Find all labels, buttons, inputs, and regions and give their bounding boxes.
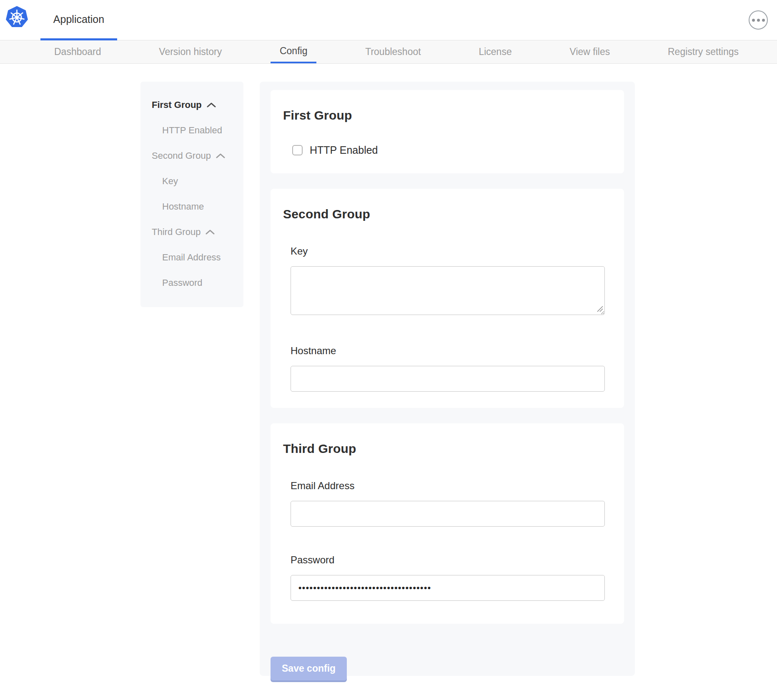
tab-config[interactable]: Config bbox=[271, 40, 316, 63]
sidebar-item-label: HTTP Enabled bbox=[162, 125, 222, 136]
tab-troubleshoot[interactable]: Troubleshoot bbox=[356, 40, 430, 63]
chevron-up-icon bbox=[207, 102, 216, 108]
key-textarea[interactable] bbox=[291, 266, 605, 315]
config-group-third: Third Group Email Address Password bbox=[271, 423, 624, 624]
sidebar-item-third-group[interactable]: Third Group bbox=[140, 219, 243, 245]
sidebar-item-label: Third Group bbox=[152, 227, 201, 238]
sidebar-item-hostname[interactable]: Hostname bbox=[140, 194, 243, 219]
chevron-up-icon bbox=[206, 229, 215, 235]
email-address-label: Email Address bbox=[291, 480, 605, 492]
password-label: Password bbox=[291, 554, 605, 566]
sidebar-item-second-group[interactable]: Second Group bbox=[140, 143, 243, 168]
hostname-field: Hostname bbox=[291, 345, 605, 392]
ellipsis-icon bbox=[757, 19, 760, 22]
chevron-up-icon bbox=[216, 153, 225, 159]
config-panel: First Group HTTP Enabled Second Group Ke… bbox=[260, 82, 635, 676]
tab-version-history[interactable]: Version history bbox=[150, 40, 231, 63]
sidebar-item-http-enabled[interactable]: HTTP Enabled bbox=[140, 118, 243, 143]
config-group-first: First Group HTTP Enabled bbox=[271, 90, 624, 173]
sidebar-item-key[interactable]: Key bbox=[140, 168, 243, 194]
http-enabled-field: HTTP Enabled bbox=[292, 144, 605, 156]
sidebar-item-label: Password bbox=[162, 278, 203, 288]
password-field: Password bbox=[291, 554, 605, 601]
sidebar-item-label: Hostname bbox=[162, 201, 204, 212]
tab-application[interactable]: Application bbox=[40, 0, 117, 40]
sidebar-item-label: Second Group bbox=[152, 150, 211, 161]
tab-registry-settings[interactable]: Registry settings bbox=[659, 40, 748, 63]
email-address-field: Email Address bbox=[291, 480, 605, 527]
http-enabled-checkbox[interactable] bbox=[292, 145, 303, 155]
sidebar-item-password[interactable]: Password bbox=[140, 270, 243, 295]
http-enabled-label: HTTP Enabled bbox=[310, 144, 378, 156]
more-options-button[interactable] bbox=[749, 10, 768, 30]
group-title-third: Third Group bbox=[283, 442, 605, 456]
kubernetes-logo-icon bbox=[5, 5, 28, 30]
app-nav-bar: Dashboard Version history Config Trouble… bbox=[0, 40, 777, 64]
key-field: Key bbox=[291, 245, 605, 315]
app-title: Application bbox=[53, 13, 104, 25]
tab-view-files[interactable]: View files bbox=[560, 40, 619, 63]
tab-dashboard[interactable]: Dashboard bbox=[45, 40, 110, 63]
group-title-first: First Group bbox=[283, 108, 605, 122]
ellipsis-icon bbox=[752, 19, 755, 22]
sidebar-item-label: Key bbox=[162, 176, 178, 187]
hostname-label: Hostname bbox=[291, 345, 605, 357]
key-label: Key bbox=[291, 245, 605, 257]
config-sidebar: First Group HTTP Enabled Second Group Ke… bbox=[140, 82, 243, 307]
sidebar-item-label: Email Address bbox=[162, 252, 221, 263]
hostname-input[interactable] bbox=[291, 366, 605, 392]
sidebar-item-label: First Group bbox=[152, 100, 202, 110]
email-address-input[interactable] bbox=[291, 501, 605, 527]
config-group-second: Second Group Key Hostname bbox=[271, 189, 624, 408]
save-config-button[interactable]: Save config bbox=[271, 657, 347, 680]
ellipsis-icon bbox=[762, 19, 765, 22]
app-header: Application bbox=[0, 0, 777, 40]
group-title-second: Second Group bbox=[283, 207, 605, 221]
password-input[interactable] bbox=[291, 575, 605, 601]
tab-license[interactable]: License bbox=[469, 40, 521, 63]
sidebar-item-first-group[interactable]: First Group bbox=[140, 92, 243, 118]
sidebar-item-email-address[interactable]: Email Address bbox=[140, 245, 243, 270]
